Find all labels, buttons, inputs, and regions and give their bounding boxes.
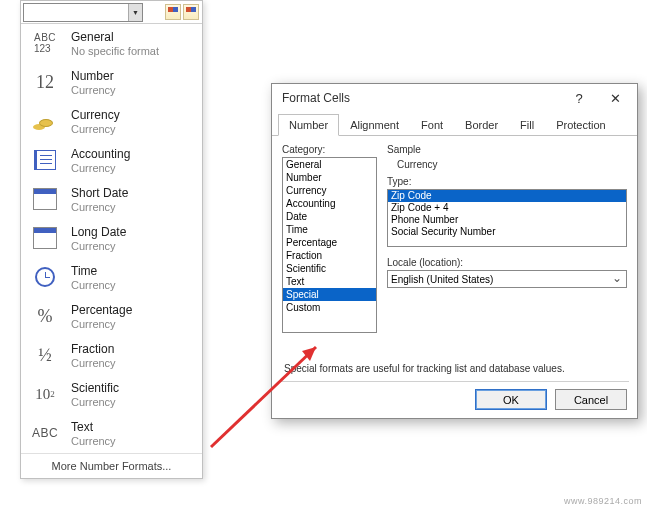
format-sub: Currency	[71, 240, 194, 252]
number-format-dropdown: ▼ ABC123 General No specific format 12 N…	[20, 0, 203, 479]
conditional-formatting-icon[interactable]	[165, 4, 181, 20]
format-as-table-icon[interactable]	[183, 4, 199, 20]
format-list: ABC123 General No specific format 12 Num…	[21, 24, 202, 453]
tab-protection[interactable]: Protection	[545, 114, 617, 136]
text-icon: ABC	[29, 419, 61, 447]
cancel-button[interactable]: Cancel	[555, 389, 627, 410]
cat-special[interactable]: Special	[283, 288, 376, 301]
cat-custom[interactable]: Custom	[283, 301, 376, 314]
category-label: Category:	[282, 144, 377, 155]
tab-alignment[interactable]: Alignment	[339, 114, 410, 136]
help-button[interactable]: ?	[563, 87, 595, 109]
scientific-icon: 102	[29, 380, 61, 408]
chevron-down-icon[interactable]: ▼	[128, 4, 142, 21]
general-icon: ABC123	[29, 29, 61, 57]
format-item-scientific[interactable]: 102 Scientific Currency	[21, 375, 202, 414]
format-item-accounting[interactable]: Accounting Currency	[21, 141, 202, 180]
hint-text: Special formats are useful for tracking …	[284, 363, 625, 374]
format-item-time[interactable]: Time Currency	[21, 258, 202, 297]
format-item-fraction[interactable]: ½ Fraction Currency	[21, 336, 202, 375]
cat-accounting[interactable]: Accounting	[283, 197, 376, 210]
cat-number[interactable]: Number	[283, 171, 376, 184]
format-sub: Currency	[71, 435, 194, 447]
titlebar: Format Cells ? ✕	[272, 84, 637, 112]
panel-header: ▼	[21, 1, 202, 24]
calendar-icon	[29, 224, 61, 252]
format-sub: Currency	[71, 396, 194, 408]
tab-font[interactable]: Font	[410, 114, 454, 136]
cat-general[interactable]: General	[283, 158, 376, 171]
cat-currency[interactable]: Currency	[283, 184, 376, 197]
fraction-icon: ½	[29, 341, 61, 369]
category-list[interactable]: General Number Currency Accounting Date …	[282, 157, 377, 333]
format-cells-dialog: Format Cells ? ✕ Number Alignment Font B…	[271, 83, 638, 419]
format-item-long-date[interactable]: Long Date Currency	[21, 219, 202, 258]
format-sub: Currency	[71, 318, 194, 330]
cat-text[interactable]: Text	[283, 275, 376, 288]
tab-number[interactable]: Number	[278, 114, 339, 136]
number-icon: 12	[29, 68, 61, 96]
sample-value: Currency	[387, 157, 627, 176]
format-name: Currency	[71, 108, 194, 122]
cat-time[interactable]: Time	[283, 223, 376, 236]
type-phone[interactable]: Phone Number	[388, 214, 626, 226]
currency-icon	[29, 107, 61, 135]
format-item-text[interactable]: ABC Text Currency	[21, 414, 202, 453]
tab-fill[interactable]: Fill	[509, 114, 545, 136]
type-list[interactable]: Zip Code Zip Code + 4 Phone Number Socia…	[387, 189, 627, 247]
format-name: Percentage	[71, 303, 194, 317]
separator	[280, 381, 629, 382]
type-zip4[interactable]: Zip Code + 4	[388, 202, 626, 214]
dialog-tabs: Number Alignment Font Border Fill Protec…	[272, 114, 637, 136]
format-item-percentage[interactable]: % Percentage Currency	[21, 297, 202, 336]
format-item-number[interactable]: 12 Number Currency	[21, 63, 202, 102]
dialog-title: Format Cells	[282, 91, 350, 105]
format-name: Short Date	[71, 186, 194, 200]
format-sub: Currency	[71, 162, 194, 174]
format-name: Time	[71, 264, 194, 278]
close-button[interactable]: ✕	[599, 87, 631, 109]
format-name: Text	[71, 420, 194, 434]
type-ssn[interactable]: Social Security Number	[388, 226, 626, 238]
format-name: Number	[71, 69, 194, 83]
locale-select[interactable]: English (United States)	[387, 270, 627, 288]
type-label: Type:	[387, 176, 627, 187]
clock-icon	[29, 263, 61, 291]
format-name: General	[71, 30, 194, 44]
format-combo[interactable]: ▼	[23, 3, 143, 22]
cat-date[interactable]: Date	[283, 210, 376, 223]
percent-icon: %	[29, 302, 61, 330]
locale-label: Locale (location):	[387, 257, 627, 268]
format-name: Fraction	[71, 342, 194, 356]
format-name: Long Date	[71, 225, 194, 239]
tab-border[interactable]: Border	[454, 114, 509, 136]
format-sub: Currency	[71, 201, 194, 213]
format-name: Scientific	[71, 381, 194, 395]
format-item-short-date[interactable]: Short Date Currency	[21, 180, 202, 219]
format-item-general[interactable]: ABC123 General No specific format	[21, 24, 202, 63]
type-zip[interactable]: Zip Code	[388, 190, 626, 202]
sample-label: Sample	[387, 144, 627, 155]
format-sub: Currency	[71, 123, 194, 135]
calendar-icon	[29, 185, 61, 213]
ok-button[interactable]: OK	[475, 389, 547, 410]
format-sub: Currency	[71, 357, 194, 369]
more-number-formats[interactable]: More Number Formats...	[21, 453, 202, 478]
cat-percentage[interactable]: Percentage	[283, 236, 376, 249]
cat-scientific[interactable]: Scientific	[283, 262, 376, 275]
locale-value: English (United States)	[391, 274, 493, 285]
format-item-currency[interactable]: Currency Currency	[21, 102, 202, 141]
format-name: Accounting	[71, 147, 194, 161]
format-sub: Currency	[71, 279, 194, 291]
watermark: www.989214.com	[564, 496, 642, 506]
format-sub: Currency	[71, 84, 194, 96]
accounting-icon	[29, 146, 61, 174]
format-sub: No specific format	[71, 45, 194, 57]
cat-fraction[interactable]: Fraction	[283, 249, 376, 262]
